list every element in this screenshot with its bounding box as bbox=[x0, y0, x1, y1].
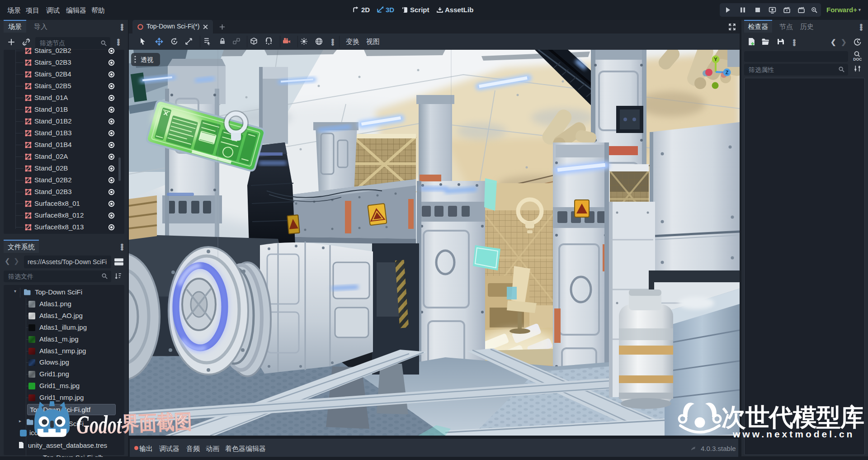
svg-text:界面截图: 界面截图 bbox=[121, 410, 193, 435]
svg-text:Z: Z bbox=[726, 70, 729, 75]
svg-text:www.nextmodel.cn: www.nextmodel.cn bbox=[732, 429, 854, 439]
svg-text:DOC: DOC bbox=[853, 57, 862, 62]
svg-text:次世代模型库: 次世代模型库 bbox=[722, 403, 864, 431]
svg-text:Godot: Godot bbox=[76, 410, 122, 439]
svg-text:透视: 透视 bbox=[141, 56, 153, 63]
svg-text:Y: Y bbox=[714, 57, 717, 62]
